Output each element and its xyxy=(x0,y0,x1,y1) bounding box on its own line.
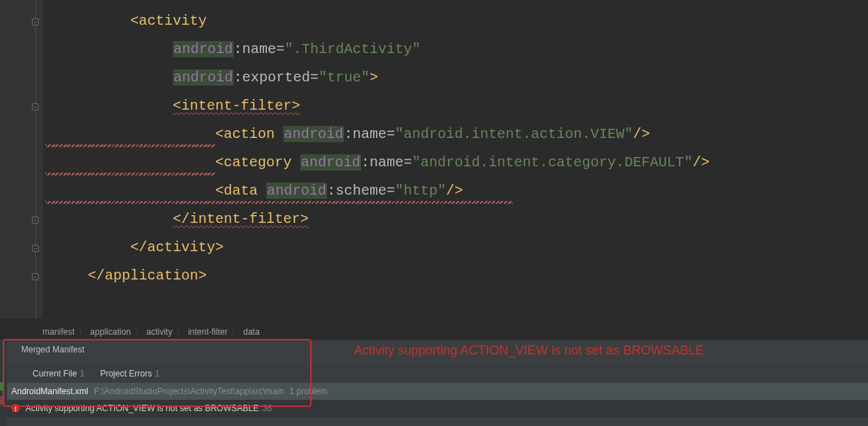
code-string: "android.intent.category.DEFAULT" xyxy=(412,154,692,171)
code-attr: :name= xyxy=(344,126,395,142)
code-ns: android xyxy=(283,126,344,142)
tab-count: 1 xyxy=(80,369,85,379)
file-path: F:\AndroidStudioProjects\ActivityTest\ap… xyxy=(94,386,284,396)
code-ns: android xyxy=(300,154,361,171)
breadcrumb[interactable]: manifest 〉 application 〉 activity 〉 inte… xyxy=(42,324,260,340)
code-tag: <action xyxy=(215,126,283,142)
file-problem-count: 1 problem xyxy=(290,386,327,396)
code-attr: :name= xyxy=(234,41,285,57)
file-name: AndroidManifest.xml xyxy=(11,386,88,396)
code-string: ".ThirdActivity" xyxy=(285,41,421,57)
problems-tabs: Current File 1 Project Errors 1 xyxy=(0,364,868,383)
breadcrumb-item[interactable]: manifest xyxy=(42,327,74,337)
error-message: Activity supporting ACTION_VIEW is not s… xyxy=(25,403,258,413)
code-tag: /> xyxy=(633,126,650,142)
code-attr: :scheme= xyxy=(327,183,395,199)
code-string: "http" xyxy=(395,183,446,199)
tab-current-file[interactable]: Current File 1 xyxy=(23,364,90,383)
chevron-right-icon: 〉 xyxy=(79,327,86,337)
error-icon: ! xyxy=(11,404,20,413)
code-tag: <intent-filter> xyxy=(173,98,300,114)
code-tag: /> xyxy=(446,183,463,199)
tab-project-errors[interactable]: Project Errors 1 xyxy=(90,364,165,383)
tab-count: 1 xyxy=(155,369,160,379)
code-attr: :exported= xyxy=(234,69,319,86)
code-tag: <data xyxy=(215,183,266,199)
code-tag: <category xyxy=(215,154,300,171)
code-tag: </intent-filter> xyxy=(173,211,309,227)
breadcrumb-item[interactable]: data xyxy=(243,327,259,337)
code-attr: :name= xyxy=(361,154,412,171)
problem-item-row[interactable]: ! Activity supporting ACTION_VIEW is not… xyxy=(0,400,868,417)
tab-label-text: Current File xyxy=(33,369,77,379)
breadcrumb-item[interactable]: intent-filter xyxy=(188,327,227,337)
chevron-right-icon: 〉 xyxy=(135,327,142,337)
error-underline xyxy=(45,201,513,204)
tab-label-text: Project Errors xyxy=(100,369,152,379)
code-tag: </activity> xyxy=(130,239,224,255)
strip-marker-icon xyxy=(0,396,4,405)
chevron-right-icon: 〉 xyxy=(232,327,239,337)
problem-file-row[interactable]: AndroidManifest.xml F:\AndroidStudioProj… xyxy=(0,383,868,400)
code-string: "true" xyxy=(319,69,370,86)
code-tag: /> xyxy=(692,154,709,171)
code-ns: android xyxy=(173,41,234,57)
chevron-right-icon: 〉 xyxy=(176,327,183,337)
code-tag: </application> xyxy=(88,267,207,284)
code-ns: android xyxy=(173,69,234,86)
code-editor[interactable]: <activity android:name=".ThirdActivity" … xyxy=(45,0,868,318)
error-underline xyxy=(45,173,215,175)
editor-gutter xyxy=(0,0,42,318)
code-ns: android xyxy=(266,183,327,199)
annotation-text: Activity supporting ACTION_VIEW is not s… xyxy=(354,343,704,358)
strip-marker-icon xyxy=(0,382,4,391)
code-string: "android.intent.action.VIEW" xyxy=(395,126,633,142)
breadcrumb-item[interactable]: application xyxy=(90,327,130,337)
error-line-number: :36 xyxy=(260,403,272,413)
code-tag: > xyxy=(370,69,378,86)
breadcrumb-item[interactable]: activity xyxy=(147,327,173,337)
code-tag: <activity xyxy=(130,13,207,29)
error-underline xyxy=(45,144,215,147)
tab-merged-manifest[interactable]: Merged Manifest xyxy=(21,345,84,355)
